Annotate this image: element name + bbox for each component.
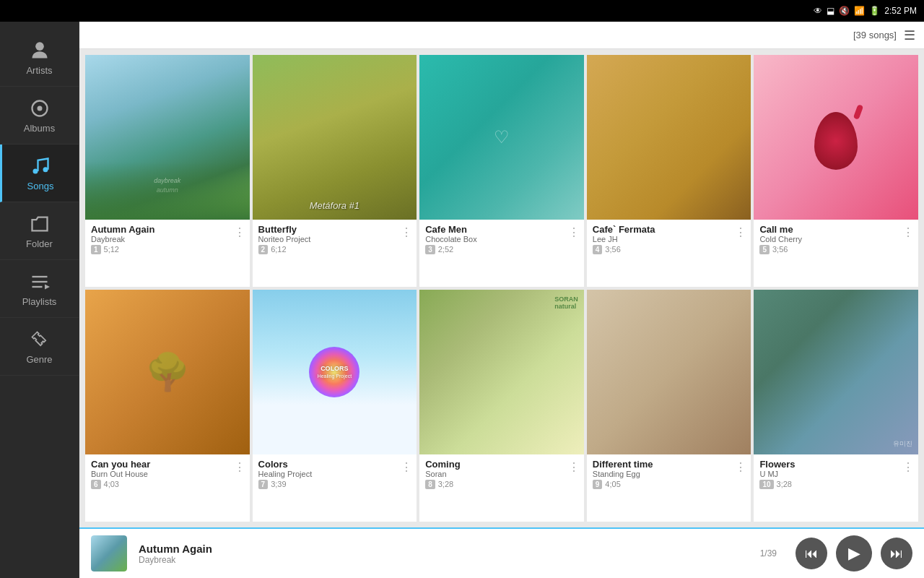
- album-card-8[interactable]: SORANnatural ⋮ Coming Soran 8 3;28: [419, 290, 584, 522]
- album-card-3[interactable]: ♡ ⋮ Cafe Men Chocolate Box 3 2;52: [419, 55, 584, 287]
- album-card-7[interactable]: COLORSHealing Project ⋮ Colors Healing P…: [253, 290, 417, 522]
- track-num-8: 8: [425, 480, 435, 489]
- album-title-7: Colors: [258, 459, 411, 470]
- playback-controls: ⏮ ▶ ⏭: [796, 535, 912, 571]
- more-button-6[interactable]: ⋮: [234, 460, 245, 474]
- more-button-5[interactable]: ⋮: [902, 225, 914, 239]
- playlist-icon: [28, 270, 51, 293]
- album-card-4[interactable]: ⋮ Cafe` Fermata Lee JH 4 3;56: [587, 55, 751, 287]
- now-playing-title: Autumn Again: [139, 543, 749, 555]
- sidebar-item-songs[interactable]: Songs: [0, 144, 79, 202]
- album-duration-4: 3;56: [605, 245, 620, 254]
- now-playing-bar: Autumn Again Daybreak 1/39 ⏮ ▶ ⏭: [79, 527, 924, 578]
- list-view-icon[interactable]: ☰: [904, 27, 915, 43]
- album-duration-1: 5;12: [104, 245, 119, 254]
- now-playing-info: Autumn Again Daybreak: [139, 543, 749, 565]
- person-icon: [28, 39, 51, 62]
- album-meta-6: 6 4;03: [91, 480, 244, 489]
- album-artist-5: Cold Cherry: [759, 235, 912, 243]
- album-meta-10: 10 3;28: [759, 480, 912, 489]
- more-button-2[interactable]: ⋮: [401, 225, 412, 239]
- album-artist-7: Healing Project: [258, 470, 411, 478]
- album-artist-4: Lee JH: [593, 235, 746, 243]
- more-button-1[interactable]: ⋮: [234, 225, 245, 239]
- album-artist-2: Noriteo Project: [258, 235, 411, 243]
- album-art-2: Metáfora #1: [253, 55, 417, 220]
- album-meta-8: 8 3;28: [425, 480, 578, 489]
- album-art-8: SORANnatural: [419, 290, 584, 454]
- album-duration-10: 3;28: [777, 480, 792, 488]
- next-button[interactable]: ⏭: [881, 538, 912, 569]
- album-info-2: ⋮ Butterfly Noriteo Project 2 6;12: [253, 220, 417, 259]
- album-card-6[interactable]: 🌳 ⋮ Can you hear Burn Out House 6 4;03: [85, 290, 250, 522]
- track-num-1: 1: [91, 245, 101, 254]
- album-art-3: ♡: [419, 55, 584, 220]
- sidebar-item-folder[interactable]: Folder: [0, 202, 79, 260]
- album-card-5[interactable]: ⋮ Call me Cold Cherry 5 3;56: [754, 55, 918, 287]
- sidebar-label-songs: Songs: [27, 181, 54, 191]
- album-duration-6: 4;03: [104, 480, 119, 488]
- album-duration-7: 3;39: [271, 480, 286, 488]
- more-button-8[interactable]: ⋮: [568, 460, 580, 474]
- album-info-1: ⋮ Autumn Again Daybreak 1 5;12: [85, 220, 250, 259]
- battery-icon: 🔋: [869, 6, 880, 16]
- sidebar-label-folder: Folder: [26, 238, 53, 249]
- album-info-5: ⋮ Call me Cold Cherry 5 3;56: [754, 220, 918, 259]
- volume-icon: 🔇: [839, 6, 850, 16]
- album-duration-9: 4;05: [605, 480, 620, 488]
- music-note-icon: [29, 155, 52, 178]
- more-button-4[interactable]: ⋮: [735, 225, 746, 239]
- prev-button[interactable]: ⏮: [796, 538, 827, 569]
- album-art-5: [754, 55, 918, 220]
- sidebar-item-playlists[interactable]: Playlists: [0, 260, 79, 318]
- album-meta-3: 3 2;52: [425, 245, 578, 254]
- album-info-6: ⋮ Can you hear Burn Out House 6 4;03: [85, 454, 250, 493]
- more-button-7[interactable]: ⋮: [401, 460, 412, 474]
- album-info-9: ⋮ Different time Standing Egg 9 4;05: [587, 454, 751, 493]
- track-counter: 1/39: [760, 548, 777, 558]
- more-button-3[interactable]: ⋮: [568, 225, 580, 239]
- track-num-10: 10: [759, 480, 773, 489]
- album-title-2: Butterfly: [258, 224, 411, 235]
- play-button[interactable]: ▶: [836, 535, 872, 571]
- album-artist-1: Daybreak: [91, 235, 244, 243]
- sidebar-item-artists[interactable]: Artists: [0, 29, 79, 87]
- sidebar-item-albums[interactable]: Albums: [0, 87, 79, 144]
- sidebar-item-genre[interactable]: Genre: [0, 318, 79, 376]
- more-button-10[interactable]: ⋮: [902, 460, 914, 474]
- album-artist-3: Chocolate Box: [425, 235, 578, 243]
- now-playing-artist: Daybreak: [139, 555, 749, 565]
- album-title-9: Different time: [593, 459, 746, 470]
- svg-point-2: [37, 106, 42, 111]
- sidebar-label-playlists: Playlists: [22, 296, 57, 307]
- album-duration-5: 3;56: [772, 245, 788, 254]
- album-card-10[interactable]: 유미진 ⋮ Flowers U MJ 10 3;28: [754, 290, 918, 522]
- song-count: [39 songs]: [853, 30, 897, 40]
- track-num-5: 5: [759, 245, 770, 254]
- eye-icon: 👁: [814, 6, 822, 16]
- sidebar-label-artists: Artists: [26, 65, 52, 76]
- album-art-6: 🌳: [85, 290, 250, 454]
- track-num-4: 4: [593, 245, 603, 254]
- album-art-4: [587, 55, 751, 220]
- content-area: [39 songs] ☰ daybreakautumn ⋮ Autumn Aga…: [79, 22, 924, 578]
- clock: 2:52 PM: [884, 6, 917, 16]
- album-duration-3: 2;52: [438, 245, 453, 254]
- album-info-4: ⋮ Cafe` Fermata Lee JH 4 3;56: [587, 220, 751, 259]
- album-meta-9: 9 4;05: [593, 480, 746, 489]
- album-title-3: Cafe Men: [425, 224, 578, 235]
- album-card-2[interactable]: Metáfora #1 ⋮ Butterfly Noriteo Project …: [253, 55, 417, 287]
- sidebar: Artists Albums Songs Folder Playlists: [0, 22, 79, 578]
- album-art-10: 유미진: [754, 290, 918, 454]
- album-art-1: daybreakautumn: [85, 55, 250, 220]
- status-icons: 👁 ⬓ 🔇 📶 🔋 2:52 PM: [814, 6, 917, 16]
- more-button-9[interactable]: ⋮: [735, 460, 746, 474]
- sidebar-label-genre: Genre: [26, 354, 52, 365]
- track-num-6: 6: [91, 480, 101, 489]
- album-card-1[interactable]: daybreakautumn ⋮ Autumn Again Daybreak 1…: [85, 55, 250, 287]
- album-card-9[interactable]: ⋮ Different time Standing Egg 9 4;05: [587, 290, 751, 522]
- album-duration-8: 3;28: [438, 480, 453, 488]
- album-meta-2: 2 6;12: [258, 245, 411, 254]
- status-bar: 👁 ⬓ 🔇 📶 🔋 2:52 PM: [0, 0, 924, 22]
- track-num-9: 9: [593, 480, 603, 489]
